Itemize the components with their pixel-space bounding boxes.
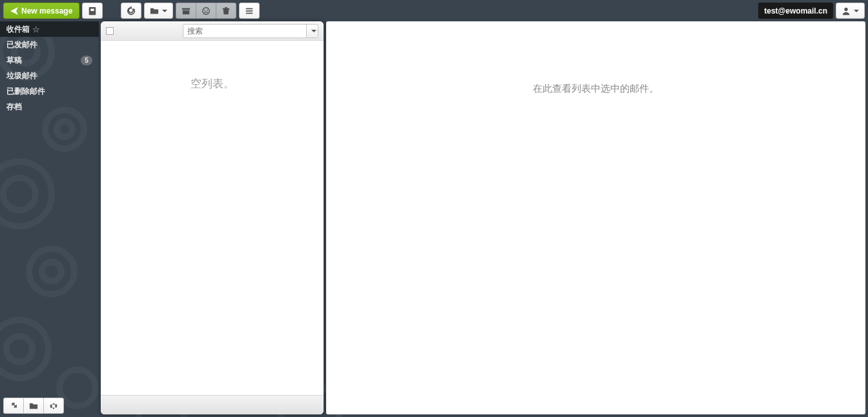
list-body: 空列表。 [101,41,324,395]
message-list-pane: 空列表。 [101,21,324,414]
sidebar: 收件箱 ☆ 已发邮件 草稿 5 垃圾邮件 已删除邮件 存档 [0,21,99,417]
star-icon: ☆ [32,25,40,34]
folder-label: 已发邮件 [6,39,37,50]
search-box [183,24,318,38]
svg-rect-15 [182,8,190,10]
folder-junk[interactable]: 垃圾邮件 [0,68,99,83]
svg-rect-20 [246,8,253,9]
toolbar-left: New message [3,3,260,19]
svg-point-19 [207,9,209,10]
settings-button[interactable] [43,398,64,414]
user-email-badge: test@ewomail.cn [758,3,833,19]
spam-button[interactable] [196,3,216,19]
svg-rect-21 [246,10,253,12]
svg-point-17 [203,7,210,14]
list-header [101,21,324,41]
folder-label: 已删除邮件 [6,86,45,97]
folder-sent[interactable]: 已发邮件 [0,37,99,52]
svg-rect-22 [246,12,253,14]
reading-empty-text: 在此查看列表中选中的邮件。 [533,83,659,95]
folder-badge: 5 [81,56,92,65]
menu-button[interactable] [239,3,260,19]
archive-icon [181,6,191,16]
folders-manage-button[interactable] [23,398,43,414]
chevron-down-icon [854,10,859,12]
gear-icon [49,401,58,411]
folder-action-group [144,3,173,19]
folder-inbox[interactable]: 收件箱 ☆ [0,21,99,37]
svg-rect-14 [91,8,94,11]
reading-pane: 在此查看列表中选中的邮件。 [326,21,865,414]
address-book-icon [88,6,97,16]
compact-view-button[interactable] [3,398,23,414]
new-message-button[interactable]: New message [3,3,79,19]
search-dropdown-button[interactable] [306,25,318,37]
folder-list: 收件箱 ☆ 已发邮件 草稿 5 垃圾邮件 已删除邮件 存档 [0,21,99,114]
archive-button[interactable] [176,3,196,19]
folder-label: 草稿 [6,55,22,66]
folder-archive[interactable]: 存档 [0,99,99,114]
search-input[interactable] [183,25,306,37]
svg-rect-16 [183,10,190,14]
refresh-button[interactable] [121,3,141,19]
folder-label: 存档 [6,102,22,112]
top-toolbar: New message [0,0,868,21]
folder-trash[interactable]: 已删除邮件 [0,83,99,99]
list-footer [101,395,324,414]
user-menu-button[interactable] [836,3,865,19]
compress-icon [9,401,18,411]
folder-icon [150,6,159,16]
delete-button[interactable] [216,3,236,19]
trash-icon [222,6,231,16]
svg-point-23 [844,7,847,10]
folder-move-button[interactable] [144,3,173,19]
folder-icon [29,401,38,411]
folder-label: 收件箱 [6,24,30,35]
svg-point-18 [204,9,205,10]
hamburger-icon [245,6,254,16]
mail-action-group [176,3,236,19]
send-icon [10,7,18,15]
chevron-down-icon [162,10,167,12]
contacts-button[interactable] [82,3,103,19]
user-icon [842,6,851,16]
new-message-label: New message [21,6,72,16]
spam-icon [202,6,211,16]
toolbar-right: test@ewomail.cn [758,3,865,19]
sidebar-bottom-toolbar [3,398,64,414]
empty-list-text: 空列表。 [191,76,234,91]
chevron-down-icon [311,30,316,32]
refresh-icon [127,6,136,16]
folder-label: 垃圾邮件 [6,70,37,81]
select-all-checkbox[interactable] [106,27,114,35]
folder-drafts[interactable]: 草稿 5 [0,52,99,68]
